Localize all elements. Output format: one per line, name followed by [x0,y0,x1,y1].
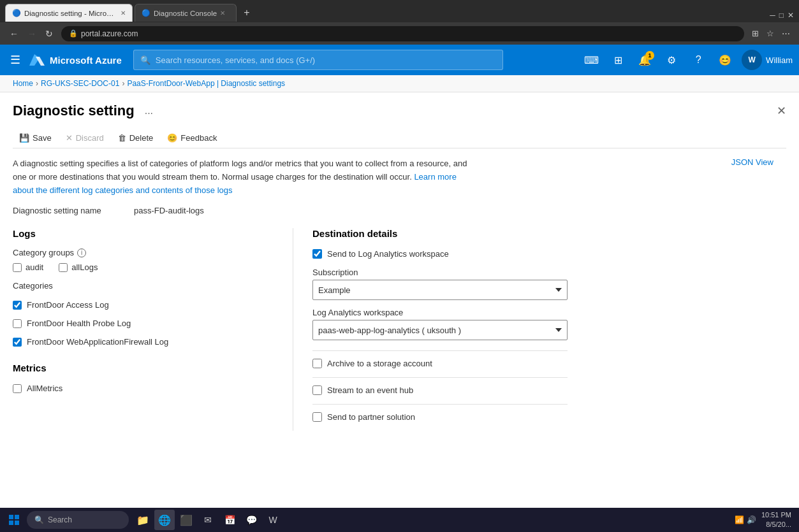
extensions-button[interactable]: ⊞ [749,27,761,40]
categories-label: Categories [13,281,280,291]
checkbox-frontdoor-access[interactable] [13,301,22,310]
metric-allmetrics[interactable]: AllMetrics [13,380,280,397]
settings-button[interactable]: ⚙ [659,47,684,73]
notifications-button[interactable]: 🔔 [632,47,657,73]
category-groups-label: Category groups [13,248,74,257]
maximize-button[interactable]: □ [779,11,784,20]
checkbox-partner[interactable] [312,412,322,422]
user-profile[interactable]: W William [742,50,793,70]
workspace-group: Log Analytics workspace paas-web-app-log… [312,308,568,340]
feedback-nav-button[interactable]: 😊 [712,47,738,73]
subscription-group: Subscription Example [312,268,568,300]
page-title: Diagnostic setting [13,103,135,119]
breadcrumb-sep-1: › [36,79,38,88]
dest-event-hub[interactable]: Stream to an event hub [312,385,786,395]
search-bar[interactable]: 🔍 Search resources, services, and docs (… [133,50,503,70]
categories-section: Categories FrontDoor Access Log FrontDoo… [13,281,280,351]
setting-name-label: Diagnostic setting name [13,206,121,215]
breadcrumb-sep-2: › [122,79,124,88]
save-button[interactable]: 💾 Save [13,131,58,145]
delete-icon: 🗑 [118,133,126,143]
logs-section-title: Logs [13,228,280,239]
breadcrumb: Home › RG-UKS-SEC-DOC-01 › PaaS-FrontDoo… [0,75,799,92]
setting-name-row: Diagnostic setting name pass-FD-audit-lo… [13,206,786,215]
workspace-label: Log Analytics workspace [312,308,568,317]
directory-button[interactable]: ⊞ [605,47,631,73]
info-text: A diagnostic setting specifies a list of… [13,157,472,197]
subscription-select[interactable]: Example [312,280,568,300]
notifications-wrapper: 🔔 1 [632,47,657,73]
minimize-button[interactable]: ─ [770,11,775,20]
feedback-button[interactable]: 😊 Feedback [161,131,223,145]
dest-divider-3 [312,404,568,405]
checkbox-audit-input[interactable] [13,263,22,272]
back-button[interactable]: ← [6,27,22,40]
tab-favicon-2: 🔵 [142,9,150,17]
metrics-title: Metrics [13,363,280,373]
browser-settings[interactable]: ⋯ [779,27,793,40]
reload-button[interactable]: ↻ [42,27,56,40]
tab-diagnostic-console[interactable]: 🔵 Diagnostic Console ✕ [135,4,237,22]
destination-title: Destination details [312,228,786,239]
checkbox-allmetrics[interactable] [13,384,22,393]
tab-close-icon-2[interactable]: ✕ [220,10,225,17]
discard-button[interactable]: ✕ Discard [59,131,110,145]
save-icon: 💾 [19,133,29,143]
dest-divider-2 [312,377,568,378]
checkbox-event-hub[interactable] [312,385,322,395]
checkbox-frontdoor-waf[interactable] [13,338,22,347]
hamburger-menu[interactable]: ☰ [6,50,24,69]
cloud-shell-button[interactable]: ⌨ [578,47,604,73]
category-groups-section: Category groups i audit allLogs [13,248,280,272]
forward-button[interactable]: → [24,27,40,40]
category-groups-info-icon[interactable]: i [77,248,86,257]
tab-favicon: 🔵 [12,9,21,17]
discard-icon: ✕ [66,133,73,143]
toolbar: 💾 Save ✕ Discard 🗑 Delete 😊 Feedback [13,128,786,148]
close-button[interactable]: ✕ [788,11,794,20]
dest-log-analytics[interactable]: Send to Log Analytics workspace [312,249,786,259]
json-view-link[interactable]: JSON View [731,157,773,167]
feedback-icon: 😊 [167,133,177,143]
more-options-button[interactable]: ... [141,104,157,118]
avatar: W [742,50,762,70]
breadcrumb-rg[interactable]: RG-UKS-SEC-DOC-01 [41,79,119,88]
notification-badge: 1 [645,51,654,60]
search-placeholder: Search resources, services, and docs (G+… [156,55,315,65]
delete-button[interactable]: 🗑 Delete [112,131,160,145]
dest-divider-1 [312,350,568,351]
workspace-select[interactable]: paas-web-app-log-analytics ( uksouth ) [312,320,568,340]
subscription-label: Subscription [312,268,568,277]
azure-brand-text: Microsoft Azure [50,55,122,66]
favorites-button[interactable]: ☆ [764,27,777,40]
tab-label-2: Diagnostic Console [154,10,217,17]
checkbox-frontdoor-health[interactable] [13,319,22,328]
tab-close-icon[interactable]: ✕ [121,10,126,17]
checkbox-storage[interactable] [312,359,322,368]
breadcrumb-home[interactable]: Home [13,79,33,88]
user-name: William [766,55,793,65]
dest-storage[interactable]: Archive to a storage account [312,359,786,368]
category-frontdoor-access[interactable]: FrontDoor Access Log [13,296,280,314]
lock-icon: 🔒 [69,29,78,38]
new-tab-button[interactable]: + [238,4,255,21]
close-pane-button[interactable]: ✕ [777,104,786,118]
category-frontdoor-health[interactable]: FrontDoor Health Probe Log [13,314,280,333]
checkbox-log-analytics[interactable] [312,249,322,259]
category-frontdoor-waf[interactable]: FrontDoor WebApplicationFirewall Log [13,333,280,351]
dest-partner[interactable]: Send to partner solution [312,412,786,422]
checkbox-audit[interactable]: audit [13,262,43,272]
checkbox-alllogs-input[interactable] [59,263,68,272]
checkbox-alllogs[interactable]: allLogs [59,262,98,272]
azure-logo-icon [29,54,45,66]
tab-diagnostic-setting[interactable]: 🔵 Diagnostic setting - Microso... ✕ [5,4,133,22]
metrics-section: Metrics AllMetrics [13,363,280,397]
setting-name-value: pass-FD-audit-logs [134,206,204,215]
help-button[interactable]: ? [685,47,711,73]
breadcrumb-resource[interactable]: PaaS-FrontDoor-WebApp | Diagnostic setti… [127,79,285,88]
address-bar[interactable] [81,29,737,38]
azure-logo: Microsoft Azure [29,54,122,66]
search-icon: 🔍 [140,55,150,65]
tab-label: Diagnostic setting - Microso... [24,10,117,17]
